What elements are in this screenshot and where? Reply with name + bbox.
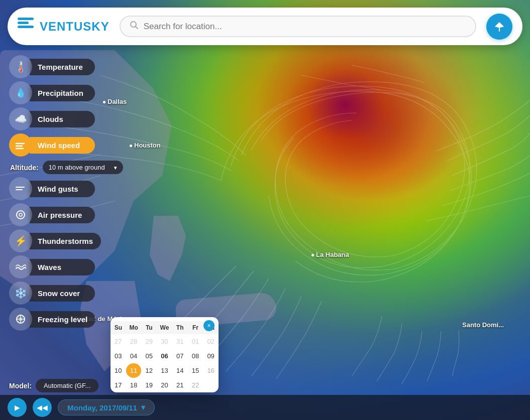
cal-header-mo: Mo — [126, 321, 142, 334]
cal-day-02-prev[interactable]: 02 — [203, 334, 219, 349]
cal-day-21[interactable]: 21 — [172, 378, 188, 392]
date-picker-button[interactable]: Monday, 2017/09/11 ▾ — [58, 399, 155, 415]
search-area — [120, 16, 476, 37]
play-icon: ▶ — [15, 403, 20, 411]
cal-header-fr: Fr — [188, 321, 203, 334]
logo: VENTUSKY — [18, 18, 110, 36]
sidebar-item-precipitation[interactable]: 💧 Precipitation — [9, 81, 123, 104]
freezing-level-icon — [9, 308, 32, 331]
city-label-houston: Houston — [130, 142, 161, 149]
date-dropdown-chevron: ▾ — [141, 403, 145, 412]
wind-gusts-label[interactable]: Wind gusts — [30, 181, 95, 197]
sidebar-item-clouds[interactable]: ☁️ Clouds — [9, 107, 123, 130]
model-row: Model: Automatic (GF... — [9, 379, 98, 392]
cal-day-20[interactable]: 20 — [157, 378, 172, 392]
cal-header-su: Su — [111, 321, 126, 334]
cal-day-17[interactable]: 17 — [111, 378, 126, 392]
logo-bar-2 — [18, 22, 29, 24]
cal-header-th: Th — [172, 321, 188, 334]
wind-speed-label[interactable]: Wind speed — [30, 137, 95, 154]
search-box[interactable] — [120, 16, 476, 37]
sidebar-item-freezing-level[interactable]: Freezing level — [9, 308, 123, 331]
model-value[interactable]: Automatic (GF... — [36, 379, 98, 392]
sidebar-item-air-pressure[interactable]: Air pressure — [9, 203, 123, 226]
wind-gusts-icon — [9, 177, 32, 200]
snow-cover-label[interactable]: Snow cover — [30, 285, 95, 302]
cal-day-08[interactable]: 08 — [188, 349, 203, 363]
cal-day-13[interactable]: 13 — [157, 363, 172, 378]
cal-day-06[interactable]: 06 — [157, 349, 172, 363]
city-label-habana: La Habana — [311, 251, 349, 258]
play-button[interactable]: ▶ — [8, 398, 27, 417]
sidebar-item-waves[interactable]: Waves — [9, 255, 123, 278]
altitude-row: Altitude: 10 m above ground 100 m above … — [10, 161, 123, 174]
cal-header-we: We — [157, 321, 172, 334]
cal-day-29-prev[interactable]: 29 — [141, 334, 157, 349]
sidebar-item-temperature[interactable]: 🌡️ Temperature — [9, 55, 123, 78]
cal-day-30-prev[interactable]: 30 — [157, 334, 172, 349]
cal-day-07[interactable]: 07 — [172, 349, 188, 363]
sidebar: 🌡️ Temperature 💧 Precipitation ☁️ Clouds… — [9, 55, 123, 331]
altitude-label: Altitude: — [10, 164, 39, 172]
cal-day-03[interactable]: 03 — [111, 349, 126, 363]
wind-speed-icon — [9, 133, 32, 157]
svg-line-1 — [135, 27, 138, 29]
clouds-icon: ☁️ — [9, 107, 32, 130]
sidebar-item-thunderstorms[interactable]: ⚡ Thunderstorms — [9, 229, 123, 252]
cal-day-01-prev[interactable]: 01 — [188, 334, 203, 349]
precipitation-icon: 💧 — [9, 81, 32, 104]
altitude-select[interactable]: 10 m above ground 100 m above ground 500… — [43, 161, 123, 174]
sidebar-item-wind-speed[interactable]: Wind speed — [9, 133, 123, 157]
calendar-popup: × Su Mo Tu We Th Fr Sa 27 28 29 30 31 01… — [111, 317, 219, 392]
cal-day-18[interactable]: 18 — [126, 378, 142, 392]
calendar-close-button[interactable]: × — [203, 320, 215, 331]
thunderstorms-icon: ⚡ — [9, 229, 32, 252]
waves-icon — [9, 255, 32, 278]
cal-header-tu: Tu — [141, 321, 157, 334]
cal-day-28-prev[interactable]: 28 — [126, 334, 142, 349]
temperature-label[interactable]: Temperature — [30, 59, 95, 75]
selected-date-label: Monday, 2017/09/11 — [67, 403, 137, 412]
cal-day-05[interactable]: 05 — [141, 349, 157, 363]
cal-day-27-prev[interactable]: 27 — [111, 334, 126, 349]
svg-point-8 — [19, 213, 22, 216]
search-icon — [130, 21, 139, 32]
cal-day-16[interactable]: 16 — [203, 363, 219, 378]
calendar-grid: Su Mo Tu We Th Fr Sa 27 28 29 30 31 01 0… — [111, 321, 219, 392]
rewind-icon: ◀◀ — [37, 403, 48, 411]
cal-day-10[interactable]: 10 — [111, 363, 126, 378]
sidebar-item-snow-cover[interactable]: ❄️ Snow cover — [9, 282, 123, 305]
precipitation-label[interactable]: Precipitation — [30, 85, 95, 101]
altitude-wrapper: 10 m above ground 100 m above ground 500… — [43, 161, 123, 174]
location-button[interactable] — [486, 14, 512, 40]
logo-icon — [18, 18, 36, 36]
svg-point-7 — [17, 211, 25, 219]
thunderstorms-label[interactable]: Thunderstorms — [30, 233, 101, 249]
waves-label[interactable]: Waves — [30, 259, 95, 275]
cal-day-empty — [203, 378, 219, 392]
cal-day-22[interactable]: 22 — [188, 378, 203, 392]
cal-day-12[interactable]: 12 — [141, 363, 157, 378]
cal-day-14[interactable]: 14 — [172, 363, 188, 378]
clouds-label[interactable]: Clouds — [30, 111, 95, 127]
search-input[interactable] — [144, 22, 466, 32]
model-label: Model: — [9, 382, 32, 390]
cal-day-15[interactable]: 15 — [188, 363, 203, 378]
sidebar-item-wind-gusts[interactable]: Wind gusts — [9, 177, 123, 200]
cal-day-04[interactable]: 04 — [126, 349, 142, 363]
temperature-icon: 🌡️ — [9, 55, 32, 78]
freezing-level-label[interactable]: Freezing level — [30, 311, 95, 328]
calendar-header: × — [111, 317, 219, 321]
cal-day-09[interactable]: 09 — [203, 349, 219, 363]
logo-bar-3 — [18, 26, 34, 28]
rewind-button[interactable]: ◀◀ — [33, 398, 52, 417]
cal-day-11[interactable]: 11 — [126, 363, 142, 378]
cal-day-31-prev[interactable]: 31 — [172, 334, 188, 349]
bottom-bar: ▶ ◀◀ Monday, 2017/09/11 ▾ — [0, 395, 530, 420]
air-pressure-label[interactable]: Air pressure — [30, 207, 95, 223]
header-bar: VENTUSKY — [8, 8, 522, 45]
cal-day-19[interactable]: 19 — [141, 378, 157, 392]
logo-bar-1 — [18, 18, 34, 20]
city-label-santo-domingo: Santo Domi... — [462, 321, 504, 329]
logo-text: VENTUSKY — [40, 20, 110, 34]
